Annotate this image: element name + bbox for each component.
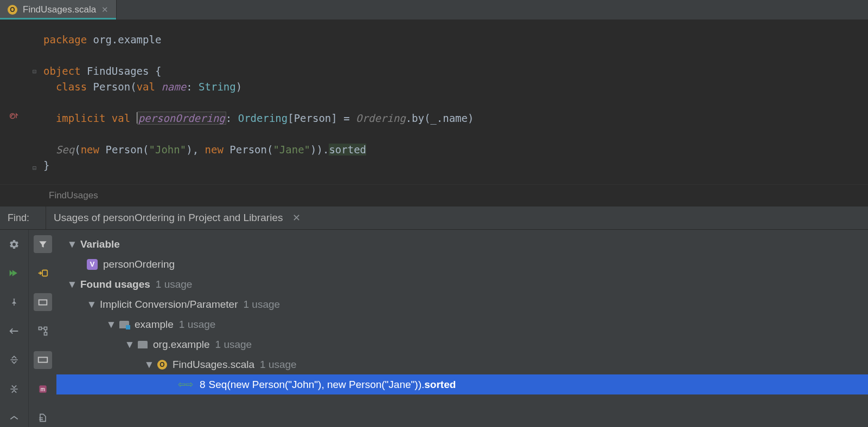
tree-node-found-usages[interactable]: ▼ Found usages 1 usage xyxy=(56,274,868,294)
chevron-down-icon[interactable]: ▼ xyxy=(87,299,97,310)
group-module-button[interactable]: m xyxy=(34,380,52,398)
module-folder-icon xyxy=(119,321,129,328)
svg-rect-6 xyxy=(44,332,47,335)
breadcrumb[interactable]: FindUsages xyxy=(0,184,868,206)
export-button[interactable] xyxy=(34,409,52,427)
tree-node-category[interactable]: ▼ Implicit Conversion/Parameter 1 usage xyxy=(56,294,868,314)
chevron-down-icon[interactable]: ▼ xyxy=(125,339,135,351)
find-tab[interactable]: Usages of personOrdering in Project and … xyxy=(46,206,868,229)
chevron-down-icon[interactable]: ▼ xyxy=(67,238,77,250)
tree-node-usage-hit[interactable]: ⇦⇨ 8 Seq(new Person("John"), new Person(… xyxy=(56,374,868,394)
up-button[interactable] xyxy=(5,409,23,427)
code-body[interactable]: package org.example object FindUsages { … xyxy=(43,20,474,184)
find-toolwindow-header: Find: Usages of personOrdering in Projec… xyxy=(0,206,868,230)
svg-rect-7 xyxy=(38,358,47,363)
tree-node-variable[interactable]: ▼ Variable xyxy=(56,234,868,254)
usage-line-number: 8 xyxy=(200,379,206,391)
svg-rect-2 xyxy=(42,270,47,276)
rerun-button[interactable] xyxy=(5,264,23,282)
fold-handle-icon[interactable]: ⊟ xyxy=(33,64,36,80)
chevron-down-icon[interactable]: ▼ xyxy=(67,279,77,290)
tree-node-variable-name[interactable]: V personOrdering xyxy=(56,254,868,274)
code-editor[interactable]: ⊟ ⊟ package org.example object FindUsage… xyxy=(0,20,868,184)
svg-point-0 xyxy=(10,114,15,119)
tree-node-file[interactable]: ▼ O FindUsages.scala 1 usage xyxy=(56,354,868,374)
collapse-all-button[interactable] xyxy=(5,380,23,398)
svg-rect-5 xyxy=(44,327,47,329)
fold-end-icon[interactable]: ⊟ xyxy=(33,160,36,176)
filter-button[interactable] xyxy=(34,235,52,253)
expand-all-button[interactable] xyxy=(5,351,23,369)
tree-node-module[interactable]: ▼ example 1 usage xyxy=(56,314,868,334)
tree-view-button[interactable] xyxy=(34,322,52,340)
back-button[interactable] xyxy=(5,322,23,340)
find-title: Usages of personOrdering in Project and … xyxy=(54,212,283,224)
editor-gutter: ⊟ ⊟ xyxy=(0,20,43,184)
find-toolbar-left xyxy=(0,230,28,427)
chevron-down-icon[interactable]: ▼ xyxy=(106,319,116,331)
folder-icon xyxy=(138,341,148,348)
pin-button[interactable] xyxy=(5,293,23,311)
editor-tabs: O FindUsages.scala ✕ xyxy=(0,0,868,20)
implicit-gutter-icon[interactable] xyxy=(10,112,20,120)
tab-findusages[interactable]: O FindUsages.scala ✕ xyxy=(0,0,117,20)
tree-node-package[interactable]: ▼ org.example 1 usage xyxy=(56,334,868,354)
variable-icon: V xyxy=(87,259,98,270)
find-label: Find: xyxy=(0,206,46,229)
breadcrumb-item[interactable]: FindUsages xyxy=(49,190,98,201)
flatten-button[interactable] xyxy=(34,351,52,369)
implicit-usage-icon: ⇦⇨ xyxy=(178,379,193,390)
find-toolbar-right: m xyxy=(28,230,56,427)
find-results: m ▼ Variable V personOrdering ▼ Found us… xyxy=(0,230,868,427)
autoscroll-button[interactable] xyxy=(34,264,52,282)
close-icon[interactable]: ✕ xyxy=(101,5,108,15)
svg-rect-3 xyxy=(39,300,47,305)
svg-rect-4 xyxy=(39,327,41,329)
usage-text: Seq(new Person("John"), new Person("Jane… xyxy=(209,379,425,391)
group-by-button[interactable] xyxy=(34,293,52,311)
settings-button[interactable] xyxy=(5,235,23,253)
svg-text:m: m xyxy=(40,386,44,392)
tab-label: FindUsages.scala xyxy=(23,4,96,15)
usage-match: sorted xyxy=(424,379,456,391)
scala-object-icon: O xyxy=(157,360,167,370)
chevron-down-icon[interactable]: ▼ xyxy=(144,359,154,371)
close-icon[interactable]: ✕ xyxy=(292,212,301,224)
svg-rect-1 xyxy=(14,303,15,306)
scala-object-icon: O xyxy=(8,5,17,15)
usages-tree[interactable]: ▼ Variable V personOrdering ▼ Found usag… xyxy=(56,230,868,427)
